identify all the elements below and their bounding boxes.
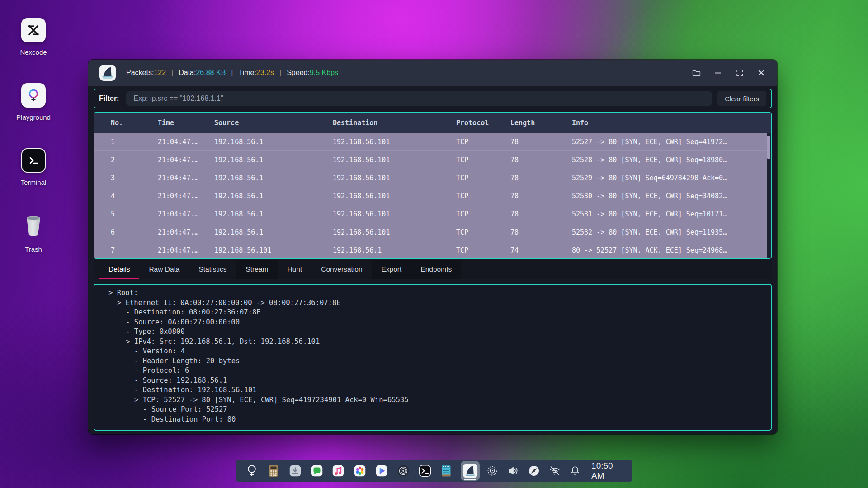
packet-analyzer-dock-icon[interactable] bbox=[461, 461, 480, 481]
cell: 21:04:47.… bbox=[158, 156, 214, 164]
active-app-indicator bbox=[464, 479, 476, 480]
desktop-icon-terminal[interactable]: Terminal bbox=[11, 148, 56, 186]
terminal-icon bbox=[21, 148, 46, 173]
desktop-icon-playground[interactable]: Playground bbox=[11, 83, 56, 121]
shark-app-icon bbox=[99, 64, 116, 81]
column-header[interactable]: Protocol bbox=[456, 119, 510, 127]
tree-line[interactable]: - Version: 4 bbox=[108, 347, 766, 357]
tree-line[interactable]: - Protocol: 6 bbox=[108, 366, 766, 376]
tree-line[interactable]: > Root: bbox=[108, 288, 766, 298]
column-header[interactable]: No. bbox=[111, 119, 158, 127]
desktop-icon-label: Nexcode bbox=[11, 48, 56, 56]
tab-details[interactable]: Details bbox=[99, 260, 139, 279]
table-row[interactable]: 721:04:47.…192.168.56.101192.168.56.1TCP… bbox=[94, 241, 771, 258]
details-pane: > Root:> Ethernet II: 0A:00:27:00:00:00 … bbox=[94, 284, 772, 431]
stat-separator: | bbox=[226, 69, 238, 77]
tree-line[interactable]: - Type: 0x0800 bbox=[108, 327, 766, 337]
tree-line[interactable]: - Destination: 192.168.56.101 bbox=[108, 385, 766, 395]
stat-value: 9.5 Kbps bbox=[310, 69, 338, 77]
column-header[interactable]: Time bbox=[158, 119, 214, 127]
column-header[interactable]: Info bbox=[572, 119, 771, 127]
tab-endpoints[interactable]: Endpoints bbox=[411, 260, 461, 279]
cell: 78 bbox=[510, 138, 572, 146]
minimize-icon[interactable] bbox=[713, 68, 723, 78]
scrollbar-track[interactable] bbox=[767, 133, 771, 258]
cell: 192.168.56.1 bbox=[214, 192, 333, 200]
desktop-icon-trash[interactable]: Trash bbox=[11, 211, 56, 253]
column-header[interactable]: Source bbox=[214, 119, 333, 127]
app-launcher-icon[interactable] bbox=[245, 463, 259, 479]
tree-line[interactable]: - Destination: 08:00:27:36:07:8E bbox=[108, 308, 766, 318]
wifi-off-icon[interactable] bbox=[549, 465, 561, 477]
maximize-icon[interactable] bbox=[735, 68, 745, 78]
screen-recorder-icon[interactable] bbox=[486, 465, 498, 477]
clock[interactable]: 10:50 AM bbox=[591, 461, 623, 481]
close-icon[interactable] bbox=[756, 68, 766, 78]
scrollbar-thumb[interactable] bbox=[767, 136, 770, 159]
table-row[interactable]: 121:04:47.…192.168.56.1192.168.56.101TCP… bbox=[94, 133, 771, 151]
cell: 21:04:47.… bbox=[158, 210, 214, 218]
terminal-dock-icon[interactable] bbox=[417, 463, 432, 479]
desktop-icon-nexcode[interactable]: Nexcode bbox=[11, 18, 56, 56]
filter-bar: Filter: Clear filters bbox=[94, 89, 772, 108]
cell: TCP bbox=[456, 174, 510, 182]
calculator-icon[interactable] bbox=[266, 463, 281, 479]
cell: 21:04:47.… bbox=[158, 246, 214, 254]
column-header[interactable]: Destination bbox=[333, 119, 456, 127]
tab-statistics[interactable]: Statistics bbox=[189, 260, 236, 279]
tab-hunt[interactable]: Hunt bbox=[278, 260, 311, 279]
camera-lens-icon[interactable] bbox=[396, 463, 410, 479]
tree-line[interactable]: - Header Length: 20 bytes bbox=[108, 357, 766, 366]
installer-icon[interactable] bbox=[288, 463, 303, 479]
table-row[interactable]: 521:04:47.…192.168.56.1192.168.56.101TCP… bbox=[94, 205, 771, 223]
cell: 192.168.56.101 bbox=[333, 156, 456, 164]
tree-line[interactable]: - Source: 192.168.56.1 bbox=[108, 376, 766, 386]
filter-label: Filter: bbox=[99, 94, 119, 103]
tree-line[interactable]: > Ethernet II: 0A:00:27:00:00:00 -> 08:0… bbox=[108, 298, 766, 308]
stat-separator: | bbox=[166, 69, 179, 77]
stat-separator: | bbox=[274, 69, 287, 77]
system-tray: 10:50 AM bbox=[486, 461, 623, 481]
tree-line[interactable]: - Destination Port: 80 bbox=[108, 415, 766, 425]
table-row[interactable]: 621:04:47.…192.168.56.1192.168.56.101TCP… bbox=[94, 223, 771, 241]
cell: 5 bbox=[111, 210, 158, 218]
cell: 192.168.56.1 bbox=[214, 138, 333, 146]
tab-conversation[interactable]: Conversation bbox=[311, 260, 372, 279]
music-icon[interactable] bbox=[331, 463, 346, 479]
filter-input[interactable] bbox=[126, 91, 712, 106]
notifications-icon[interactable] bbox=[570, 465, 580, 477]
play-store-icon[interactable] bbox=[374, 463, 389, 479]
table-row[interactable]: 321:04:47.…192.168.56.1192.168.56.101TCP… bbox=[94, 169, 771, 187]
cell: 78 bbox=[510, 174, 572, 182]
detail-tabs: DetailsRaw DataStatisticsStreamHuntConve… bbox=[94, 260, 772, 279]
clear-filters-button[interactable]: Clear filters bbox=[717, 91, 766, 106]
tab-stream[interactable]: Stream bbox=[236, 260, 278, 279]
cell: 21:04:47.… bbox=[158, 192, 214, 200]
tab-export[interactable]: Export bbox=[372, 260, 411, 279]
tab-raw-data[interactable]: Raw Data bbox=[139, 260, 189, 279]
cell: TCP bbox=[456, 156, 510, 164]
browser-icon[interactable] bbox=[528, 465, 540, 477]
cell: 52527 -> 80 [SYN, ECE, CWR] Seq=41972… bbox=[572, 138, 771, 146]
tree-line[interactable]: > TCP: 52527 -> 80 [SYN, ECE, CWR] Seq=4… bbox=[108, 395, 766, 405]
column-header[interactable]: Length bbox=[510, 119, 572, 127]
cell: 192.168.56.101 bbox=[214, 246, 333, 254]
folder-icon[interactable] bbox=[691, 68, 701, 78]
tree-line[interactable]: > IPv4: Src: 192.168.56.1, Dst: 192.168.… bbox=[108, 337, 766, 347]
table-row[interactable]: 421:04:47.…192.168.56.1192.168.56.101TCP… bbox=[94, 187, 771, 205]
cell: 52532 -> 80 [SYN, ECE, CWR] Seq=11935… bbox=[572, 228, 771, 236]
cell: 192.168.56.101 bbox=[333, 138, 456, 146]
notes-icon[interactable] bbox=[439, 463, 454, 479]
desktop-icon-label: Trash bbox=[11, 245, 56, 253]
tree-line[interactable]: - Source: 0A:00:27:00:00:00 bbox=[108, 318, 766, 328]
stat-value: 23.2s bbox=[256, 69, 274, 77]
titlebar[interactable]: Packets: 122|Data: 26.88 KB|Time: 23.2s|… bbox=[88, 60, 777, 86]
cell: TCP bbox=[456, 210, 510, 218]
cell: 192.168.56.101 bbox=[333, 210, 456, 218]
messages-icon[interactable] bbox=[309, 463, 324, 479]
cell: 2 bbox=[111, 156, 158, 164]
table-row[interactable]: 221:04:47.…192.168.56.1192.168.56.101TCP… bbox=[94, 151, 771, 169]
volume-icon[interactable] bbox=[507, 465, 519, 477]
photos-icon[interactable] bbox=[353, 463, 368, 479]
tree-line[interactable]: - Source Port: 52527 bbox=[108, 405, 766, 415]
